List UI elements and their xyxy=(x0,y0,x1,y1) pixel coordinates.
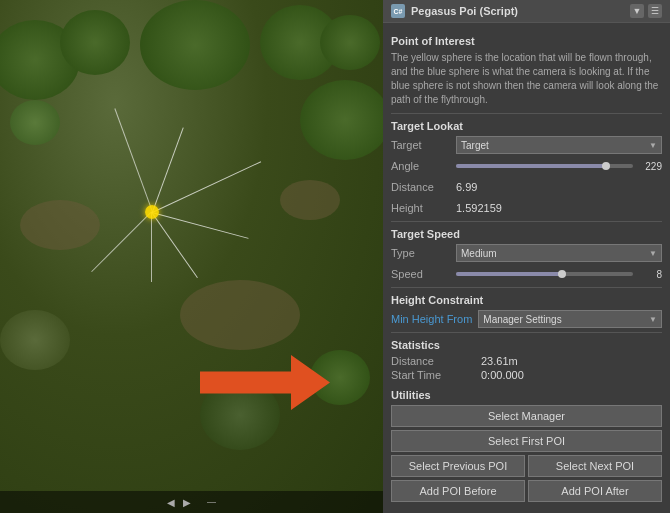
inspector-panel: C# Pegasus Poi (Script) ▼ ☰ Point of Int… xyxy=(383,0,670,513)
inspector-content: Point of Interest The yellow sphere is t… xyxy=(383,23,670,385)
type-dropdown-arrow: ▼ xyxy=(649,249,657,258)
panel-title: Pegasus Poi (Script) xyxy=(411,5,518,17)
utilities-header: Utilities xyxy=(391,389,662,401)
select-previous-poi-button[interactable]: Select Previous POI xyxy=(391,455,525,477)
select-first-poi-button[interactable]: Select First POI xyxy=(391,430,662,452)
type-label: Type xyxy=(391,247,456,259)
min-height-from-dropdown[interactable]: Manager Settings ▼ xyxy=(478,310,662,328)
speed-label: Speed xyxy=(391,268,456,280)
distance-value: 6.99 xyxy=(456,181,477,193)
title-bar: C# Pegasus Poi (Script) ▼ ☰ xyxy=(383,0,670,23)
type-dropdown[interactable]: Medium ▼ xyxy=(456,244,662,262)
min-height-from-link[interactable]: Min Height From xyxy=(391,313,472,325)
collapse-button[interactable]: ▼ xyxy=(630,4,644,18)
speed-slider-fill xyxy=(456,272,562,276)
angle-slider-thumb xyxy=(602,162,610,170)
angle-label: Angle xyxy=(391,160,456,172)
speed-slider-thumb xyxy=(558,270,566,278)
select-next-poi-button[interactable]: Select Next POI xyxy=(528,455,662,477)
add-poi-before-button[interactable]: Add POI Before xyxy=(391,480,525,502)
poi-description: The yellow sphere is the location that w… xyxy=(391,51,662,107)
angle-slider-fill xyxy=(456,164,606,168)
select-manager-button[interactable]: Select Manager xyxy=(391,405,662,427)
add-poi-after-button[interactable]: Add POI After xyxy=(528,480,662,502)
stat-distance-label: Distance xyxy=(391,355,481,367)
stat-start-time-value: 0:00.000 xyxy=(481,369,524,381)
poi-section-header: Point of Interest xyxy=(391,35,662,47)
angle-slider-track[interactable] xyxy=(456,164,633,168)
height-constraint-header: Height Constraint xyxy=(391,294,662,306)
height-label: Height xyxy=(391,202,456,214)
target-dropdown-arrow: ▼ xyxy=(649,141,657,150)
distance-label: Distance xyxy=(391,181,456,193)
menu-button[interactable]: ☰ xyxy=(648,4,662,18)
min-height-dropdown-arrow: ▼ xyxy=(649,315,657,324)
game-viewport: ◀ ▶ — xyxy=(0,0,383,513)
target-speed-header: Target Speed xyxy=(391,228,662,240)
script-icon: C# xyxy=(391,4,405,18)
target-lookat-header: Target Lookat xyxy=(391,120,662,132)
speed-slider-track[interactable] xyxy=(456,272,633,276)
statistics-header: Statistics xyxy=(391,339,662,351)
angle-value: 229 xyxy=(637,161,662,172)
target-dropdown[interactable]: Target ▼ xyxy=(456,136,662,154)
utilities-section: Utilities Select Manager Select First PO… xyxy=(383,385,670,513)
target-label: Target xyxy=(391,139,456,151)
stat-start-time-label: Start Time xyxy=(391,369,481,381)
arrow-indicator xyxy=(180,340,340,420)
stat-distance-value: 23.61m xyxy=(481,355,518,367)
speed-value: 8 xyxy=(637,269,662,280)
height-value: 1.592159 xyxy=(456,202,502,214)
